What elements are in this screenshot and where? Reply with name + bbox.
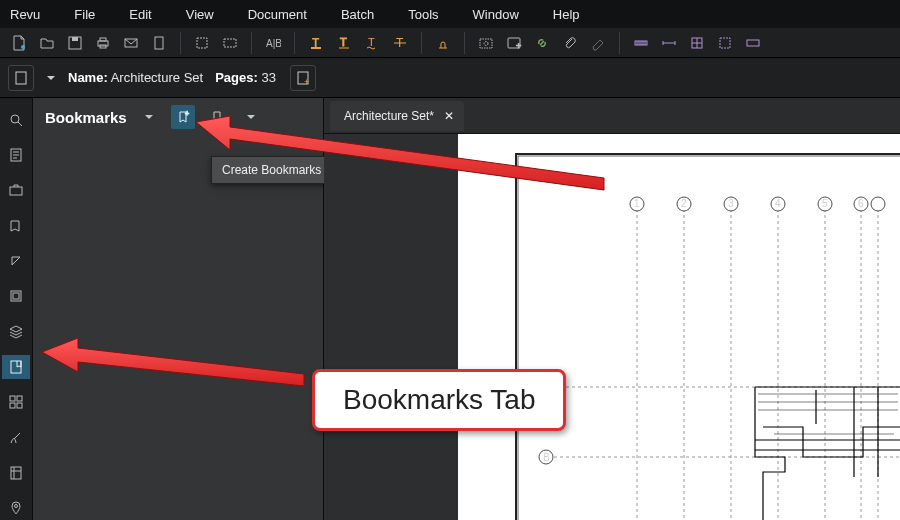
separator <box>180 32 181 54</box>
document-icon[interactable] <box>148 32 170 54</box>
highlight1-icon[interactable]: T <box>305 32 327 54</box>
svg-rect-42 <box>516 154 900 520</box>
snapshot-icon[interactable] <box>475 32 497 54</box>
links-icon[interactable] <box>2 249 30 272</box>
text-tool-icon[interactable]: A|B <box>262 32 284 54</box>
grid-col-6: 6 <box>858 198 864 209</box>
document-tabs: Architecture Set* ✕ <box>324 98 900 134</box>
tooltip: Create Bookmarks <box>211 156 332 184</box>
menu-window[interactable]: Window <box>473 7 519 22</box>
separator <box>619 32 620 54</box>
svg-rect-35 <box>10 396 15 401</box>
strikethrough-icon[interactable]: T <box>389 32 411 54</box>
squiggle-icon[interactable]: T <box>361 32 383 54</box>
sets-icon[interactable] <box>2 214 30 237</box>
svg-rect-39 <box>11 467 21 479</box>
places-icon[interactable] <box>2 497 30 520</box>
separator <box>421 32 422 54</box>
set-pages: Pages: 33 <box>215 70 276 85</box>
document-page[interactable]: 1 2 3 4 5 6 A B <box>458 134 900 520</box>
menu-help[interactable]: Help <box>553 7 580 22</box>
canvas-gutter <box>324 134 458 520</box>
floor-plan <box>458 134 900 520</box>
crop-icon[interactable] <box>191 32 213 54</box>
svg-rect-36 <box>17 396 22 401</box>
eraser-icon[interactable] <box>587 32 609 54</box>
separator <box>251 32 252 54</box>
svg-text:+: + <box>185 110 189 117</box>
svg-rect-26 <box>16 72 26 84</box>
svg-rect-24 <box>720 38 730 48</box>
svg-point-19 <box>484 41 488 45</box>
panel-header: Bookmarks + <box>33 98 323 136</box>
svg-rect-43 <box>518 156 900 520</box>
document-tab[interactable]: Architecture Set* ✕ <box>330 101 464 131</box>
menu-batch[interactable]: Batch <box>341 7 374 22</box>
select-icon[interactable] <box>219 32 241 54</box>
underline-icon[interactable]: T <box>333 32 355 54</box>
measure5-icon[interactable] <box>742 32 764 54</box>
stamp-icon[interactable] <box>432 32 454 54</box>
set-page-icon[interactable] <box>8 65 34 91</box>
measure2-icon[interactable] <box>658 32 680 54</box>
menu-file[interactable]: File <box>74 7 95 22</box>
left-rail <box>0 98 33 520</box>
svg-text:T: T <box>368 36 375 48</box>
measure4-icon[interactable] <box>714 32 736 54</box>
grid-col-4: 4 <box>775 198 781 209</box>
measure1-icon[interactable] <box>630 32 652 54</box>
document-area: Architecture Set* ✕ <box>324 98 900 520</box>
svg-text:T: T <box>340 36 347 48</box>
attachment-icon[interactable] <box>559 32 581 54</box>
print-icon[interactable] <box>92 32 114 54</box>
menu-revu[interactable]: Revu <box>10 7 40 22</box>
svg-rect-37 <box>10 403 15 408</box>
svg-rect-9 <box>224 39 236 47</box>
callout-label: Bookmarks Tab <box>312 369 566 431</box>
set-dropdown-icon[interactable] <box>42 65 60 91</box>
signatures-icon[interactable] <box>2 426 30 449</box>
forms-icon[interactable] <box>2 285 30 308</box>
close-tab-icon[interactable]: ✕ <box>444 109 454 123</box>
svg-rect-31 <box>10 187 22 195</box>
grid-col-2: 2 <box>681 198 687 209</box>
search-icon[interactable] <box>2 108 30 131</box>
panel-dropdown-icon[interactable] <box>137 105 161 129</box>
thumbnails-icon[interactable] <box>2 391 30 414</box>
svg-rect-38 <box>17 403 22 408</box>
measure3-icon[interactable] <box>686 32 708 54</box>
svg-rect-18 <box>480 39 492 48</box>
menu-document[interactable]: Document <box>248 7 307 22</box>
menu-view[interactable]: View <box>186 7 214 22</box>
menu-tools[interactable]: Tools <box>408 7 438 22</box>
set-name: Name: Architecture Set <box>68 70 203 85</box>
grid-col-1: 1 <box>634 198 640 209</box>
save-icon[interactable] <box>64 32 86 54</box>
email-icon[interactable] <box>120 32 142 54</box>
link-icon[interactable] <box>531 32 553 54</box>
grid-col-3: 3 <box>728 198 734 209</box>
cloud-icon[interactable]: + <box>503 32 525 54</box>
svg-rect-34 <box>11 361 21 373</box>
svg-rect-7 <box>155 37 163 49</box>
flags-icon[interactable] <box>2 461 30 484</box>
document-tab-label: Architecture Set* <box>344 109 434 123</box>
separator <box>294 32 295 54</box>
bookmarks-tab-icon[interactable] <box>2 355 30 378</box>
toolchest-icon[interactable] <box>2 179 30 202</box>
info-bar: Name: Architecture Set Pages: 33 + <box>0 58 900 98</box>
add-bookmark-icon[interactable] <box>205 105 229 129</box>
workspace: Bookmarks + Create Bookmarks Architectur… <box>0 98 900 520</box>
svg-text:A|B: A|B <box>266 38 281 49</box>
open-icon[interactable] <box>36 32 58 54</box>
add-page-icon[interactable]: + <box>290 65 316 91</box>
file-access-icon[interactable] <box>2 143 30 166</box>
svg-point-40 <box>15 505 18 508</box>
create-bookmarks-button[interactable]: + <box>171 105 195 129</box>
layers-icon[interactable] <box>2 320 30 343</box>
svg-point-0 <box>21 45 25 49</box>
panel-chevron-icon[interactable] <box>239 105 263 129</box>
menu-edit[interactable]: Edit <box>129 7 151 22</box>
new-file-icon[interactable] <box>8 32 30 54</box>
svg-point-29 <box>11 115 19 123</box>
